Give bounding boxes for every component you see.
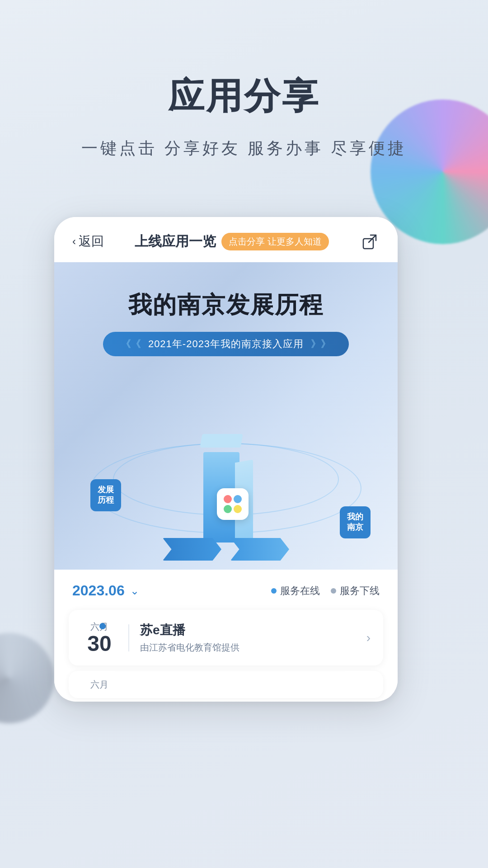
app-icon-center <box>217 488 249 520</box>
back-chevron-icon: ‹ <box>72 235 76 248</box>
float-chip-left: 发展历程 <box>90 479 121 511</box>
legend-offline-label: 服务下线 <box>340 584 380 598</box>
page-title-area: 上线应用一览 点击分享 让更多人知道 <box>135 232 329 251</box>
timeline-card-1[interactable]: 六月 30 苏e直播 由江苏省电化教育馆提供 › <box>69 610 383 665</box>
card-title-1: 苏e直播 <box>140 622 356 639</box>
dot-yellow <box>234 505 242 513</box>
hero-title: 应用分享 <box>0 72 488 121</box>
date-month-partial: 六月 <box>81 679 117 691</box>
date-block-partial: 六月 <box>81 679 117 691</box>
legend-online-label: 服务在线 <box>280 584 320 598</box>
date-text: 2023.06 <box>72 582 125 599</box>
dot-red <box>224 495 232 503</box>
external-link-icon <box>361 233 378 250</box>
share-badge[interactable]: 点击分享 让更多人知道 <box>221 233 329 250</box>
date-filter-row: 2023.06 ⌄ 服务在线 服务下线 <box>54 570 398 606</box>
float-chip-right: 我的南京 <box>340 506 371 538</box>
arrow-right <box>230 538 289 561</box>
chevron-left-icon: 《《 <box>121 337 141 351</box>
legend-online: 服务在线 <box>271 584 320 598</box>
chevron-right-icon: 》》 <box>311 337 331 351</box>
timeline-card-partial: 六月 <box>69 671 383 698</box>
page-title-text: 上线应用一览 <box>135 232 216 251</box>
legend-row: 服务在线 服务下线 <box>271 584 380 598</box>
legend-dot-offline <box>331 588 336 594</box>
card-subtitle-1: 由江苏省电化教育馆提供 <box>140 642 356 654</box>
back-button[interactable]: ‹ 返回 <box>72 233 104 250</box>
banner-subtitle-text: 2021年-2023年我的南京接入应用 <box>148 337 304 351</box>
arrow-left <box>163 538 221 561</box>
content-banner: 我的南京发展历程 《《 2021年-2023年我的南京接入应用 》》 发 <box>54 262 398 570</box>
dropdown-arrow-icon: ⌄ <box>130 585 139 597</box>
card-arrow-1: › <box>366 631 371 645</box>
hero-section: 应用分享 一键点击 分享好友 服务办事 尽享便捷 <box>0 72 488 160</box>
card-content-1: 苏e直播 由江苏省电化教育馆提供 <box>140 622 356 654</box>
arrow-platform <box>163 538 289 561</box>
date-selector[interactable]: 2023.06 ⌄ <box>72 582 139 599</box>
back-label: 返回 <box>79 233 104 250</box>
illustration-area: 发展历程 我的南京 <box>54 371 398 570</box>
legend-dot-online <box>271 588 277 594</box>
divider-line-1 <box>128 624 129 651</box>
dot-blue <box>234 495 242 503</box>
scroll-indicator-dot <box>99 623 106 629</box>
phone-topbar: ‹ 返回 上线应用一览 点击分享 让更多人知道 <box>54 217 398 262</box>
dot-green <box>224 505 232 513</box>
date-day-1: 30 <box>81 633 117 655</box>
app-icon-dots <box>224 495 242 513</box>
phone-mockup: ‹ 返回 上线应用一览 点击分享 让更多人知道 我的南京发展历程 《《 2021… <box>54 217 398 702</box>
hero-subtitle: 一键点击 分享好友 服务办事 尽享便捷 <box>0 137 488 160</box>
bg-decoration-bottom-left <box>0 633 54 723</box>
phone-bottom-section: 2023.06 ⌄ 服务在线 服务下线 六月 30 <box>54 570 398 698</box>
share-icon-button[interactable] <box>360 231 380 251</box>
legend-offline: 服务下线 <box>331 584 380 598</box>
banner-main-title: 我的南京发展历程 <box>128 289 324 321</box>
building-top <box>200 434 243 448</box>
svg-rect-0 <box>363 239 373 249</box>
banner-subtitle-bar: 《《 2021年-2023年我的南京接入应用 》》 <box>103 332 349 356</box>
